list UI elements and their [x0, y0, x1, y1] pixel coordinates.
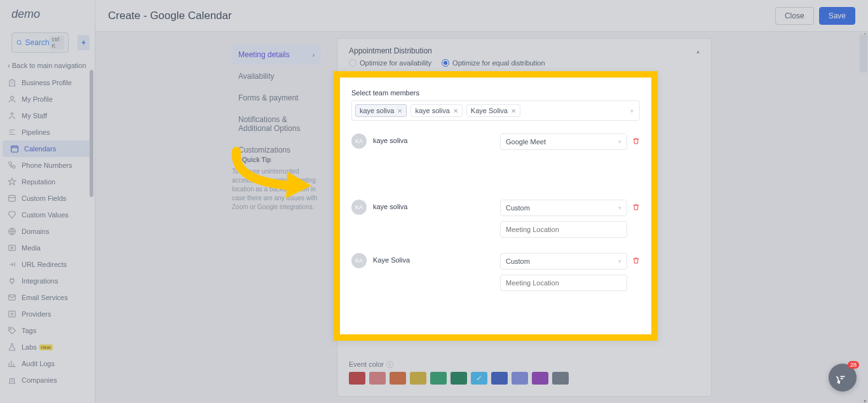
nav-label: Calendars — [24, 145, 56, 153]
subnav-availability[interactable]: Availability — [232, 66, 321, 86]
color-swatch[interactable] — [451, 372, 467, 385]
color-swatch[interactable] — [491, 372, 508, 385]
nav-label: Reputation — [22, 178, 55, 186]
nav-label: Pipelines — [22, 128, 50, 136]
chevron-down-icon[interactable]: ▾ — [630, 107, 636, 114]
back-to-main-nav[interactable]: ‹ Back to main navigation — [0, 57, 95, 74]
sidebar-item-companies[interactable]: Companies — [0, 372, 95, 388]
sidebar-item-business-profile[interactable]: Business Profile — [0, 74, 95, 91]
color-swatch[interactable] — [552, 372, 569, 385]
nav-label: Audit Logs — [22, 360, 55, 367]
sidebar-item-integrations[interactable]: Integrations — [0, 273, 95, 289]
color-swatch[interactable] — [369, 372, 386, 385]
meeting-location-input[interactable] — [500, 275, 627, 291]
sidebar-item-media[interactable]: Media — [0, 240, 95, 256]
remove-icon[interactable]: ✕ — [511, 107, 516, 114]
radio-optimize-availability[interactable]: Optimize for availability — [349, 59, 431, 67]
new-badge: new — [39, 345, 53, 350]
color-swatch[interactable] — [410, 372, 426, 385]
color-swatch[interactable] — [430, 372, 447, 385]
globe-icon — [8, 227, 17, 236]
svg-rect-3 — [11, 146, 18, 152]
sidebar-item-my-staff[interactable]: My Staff — [0, 107, 95, 124]
member-chip[interactable]: Kaye Soliva✕ — [466, 104, 520, 117]
meeting-type-select[interactable]: Custom▾ — [500, 253, 627, 270]
sidebar-item-labs[interactable]: Labsnew — [0, 339, 95, 355]
nav-label: Media — [22, 244, 41, 252]
sidebar-item-reputation[interactable]: Reputation — [0, 174, 95, 190]
section-heading: Appointment Distribution ▴ — [349, 46, 700, 55]
collapse-icon[interactable]: ▴ — [696, 48, 700, 55]
meeting-type-select[interactable]: Google Meet▾ — [500, 133, 627, 150]
page-scrollbar[interactable]: ▴ ▾ — [859, 32, 868, 403]
nav-label: My Profile — [22, 95, 53, 103]
color-swatch[interactable] — [390, 372, 406, 385]
close-button[interactable]: Close — [775, 7, 814, 25]
quick-actions-button[interactable] — [78, 35, 90, 50]
meeting-type-select[interactable]: Custom▾ — [500, 200, 627, 216]
subnav-meeting-details[interactable]: Meeting details› — [232, 44, 321, 65]
select-members-label: Select team members — [351, 89, 640, 97]
nav-label: My Staff — [22, 112, 47, 120]
mail-icon — [8, 293, 17, 302]
save-button[interactable]: Save — [819, 7, 855, 25]
nav-label: Business Profile — [22, 79, 72, 86]
delete-button[interactable] — [632, 200, 640, 214]
media-icon — [8, 243, 17, 252]
settings-subnav: Meeting details›AvailabilityForms & paym… — [232, 44, 321, 161]
nav-label: Labs — [22, 343, 37, 351]
avatar: KA — [351, 200, 367, 215]
team-member-select[interactable]: kaye soliva✕kaye soliva✕Kaye Soliva✕▾ — [351, 100, 640, 121]
nav-label: Custom Values — [22, 211, 69, 219]
sidebar-item-email-services[interactable]: Email Services — [0, 289, 95, 306]
nav-label: Email Services — [22, 294, 68, 301]
chevron-down-icon: ▾ — [618, 258, 621, 264]
color-swatch[interactable] — [349, 372, 365, 385]
radio-optimize-equal[interactable]: Optimize for equal distribution — [442, 59, 545, 67]
color-swatch[interactable] — [532, 372, 548, 385]
delete-button[interactable] — [632, 253, 640, 267]
page-header: Create - Google Calendar Close Save — [95, 0, 868, 32]
sidebar-item-phone-numbers[interactable]: Phone Numbers — [0, 157, 95, 174]
color-swatch[interactable] — [471, 372, 487, 385]
member-chip[interactable]: kaye soliva✕ — [410, 104, 462, 117]
sidebar-item-providers[interactable]: Providers — [0, 306, 95, 322]
color-swatches — [349, 372, 700, 385]
gem-icon — [8, 210, 17, 219]
member-chip[interactable]: kaye soliva✕ — [355, 104, 407, 117]
subnav-notifications-additional-options[interactable]: Notifications & Additional Options — [232, 109, 321, 139]
delete-button[interactable] — [632, 133, 640, 147]
svg-point-2 — [11, 113, 13, 115]
svg-rect-8 — [9, 311, 16, 317]
subnav-forms-payment[interactable]: Forms & payment — [232, 88, 321, 108]
chat-widget[interactable]: 28 — [829, 364, 857, 392]
meeting-location-input[interactable] — [500, 221, 627, 238]
color-swatch[interactable] — [512, 372, 528, 385]
sidebar-item-pipelines[interactable]: Pipelines — [0, 124, 95, 140]
sidebar-item-custom-values[interactable]: Custom Values — [0, 207, 95, 223]
search-bar[interactable]: Search ctrl K — [11, 32, 69, 53]
star-icon — [8, 177, 17, 186]
bldg2-icon — [8, 376, 17, 385]
sidebar-item-audit-logs[interactable]: Audit Logs — [0, 355, 95, 372]
phone-icon — [8, 161, 17, 170]
svg-point-1 — [11, 96, 14, 99]
member-name: kaye soliva — [373, 133, 500, 144]
search-icon — [16, 38, 23, 47]
nav-label: Companies — [22, 376, 57, 384]
svg-point-9 — [11, 313, 13, 315]
sidebar-item-my-profile[interactable]: My Profile — [0, 91, 95, 107]
remove-icon[interactable]: ✕ — [453, 107, 458, 114]
user-circle-icon — [8, 95, 17, 104]
info-icon[interactable]: i — [386, 361, 393, 368]
svg-rect-4 — [9, 195, 16, 201]
nav-label: Phone Numbers — [22, 161, 72, 169]
sidebar-item-tags[interactable]: Tags — [0, 322, 95, 339]
sidebar-item-custom-fields[interactable]: Custom Fields — [0, 190, 95, 207]
sidebar-scrollbar[interactable] — [90, 70, 95, 324]
sidebar-item-url-redirects[interactable]: URL Redirects — [0, 256, 95, 273]
sidebar-item-domains[interactable]: Domains — [0, 223, 95, 240]
callout-arrow — [230, 146, 319, 203]
sidebar-item-calendars[interactable]: Calendars — [3, 140, 92, 157]
remove-icon[interactable]: ✕ — [397, 107, 402, 114]
